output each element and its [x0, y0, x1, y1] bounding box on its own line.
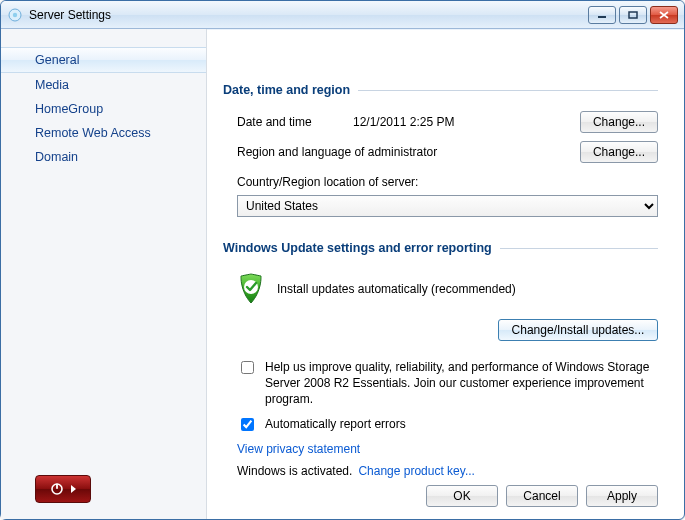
- help-improve-checkbox[interactable]: [241, 361, 254, 374]
- change-install-row: Change/Install updates...: [223, 319, 658, 341]
- cancel-button[interactable]: Cancel: [506, 485, 578, 507]
- sidebar-item-domain[interactable]: Domain: [1, 145, 206, 169]
- help-improve-text: Help us improve quality, reliability, an…: [265, 359, 658, 408]
- minimize-button[interactable]: [588, 6, 616, 24]
- help-improve-row: Help us improve quality, reliability, an…: [223, 355, 658, 412]
- change-date-button[interactable]: Change...: [580, 111, 658, 133]
- svg-point-1: [13, 12, 17, 16]
- privacy-link-row: View privacy statement: [223, 438, 658, 460]
- sidebar: General Media HomeGroup Remote Web Acces…: [1, 29, 207, 519]
- row-region-lang: Region and language of administrator Cha…: [223, 137, 658, 167]
- auto-install-row: Install updates automatically (recommend…: [223, 265, 658, 315]
- window-title: Server Settings: [29, 8, 588, 22]
- app-icon: [7, 7, 23, 23]
- date-time-label: Date and time: [237, 115, 343, 129]
- privacy-link[interactable]: View privacy statement: [237, 442, 360, 456]
- row-country-label: Country/Region location of server:: [223, 167, 658, 193]
- auto-report-checkbox[interactable]: [241, 418, 254, 431]
- sidebar-item-remote-web-access[interactable]: Remote Web Access: [1, 121, 206, 145]
- footer-buttons: OK Cancel Apply: [426, 485, 658, 507]
- titlebar[interactable]: Server Settings: [1, 1, 684, 29]
- activation-status: Windows is activated.: [237, 464, 352, 478]
- auto-report-text: Automatically report errors: [265, 416, 658, 432]
- apply-button[interactable]: Apply: [586, 485, 658, 507]
- power-icon: [50, 482, 64, 496]
- section-updates-header: Windows Update settings and error report…: [223, 241, 658, 255]
- ok-button[interactable]: OK: [426, 485, 498, 507]
- country-select[interactable]: United States: [237, 195, 658, 217]
- main-panel: Date, time and region Date and time 12/1…: [207, 29, 684, 519]
- play-icon: [70, 484, 77, 494]
- svg-rect-2: [598, 16, 606, 18]
- power-button[interactable]: [35, 475, 91, 503]
- change-product-key-link[interactable]: Change product key...: [358, 464, 475, 478]
- country-label: Country/Region location of server:: [237, 175, 658, 189]
- sidebar-item-general[interactable]: General: [1, 47, 206, 73]
- sidebar-item-media[interactable]: Media: [1, 73, 206, 97]
- auto-report-row: Automatically report errors: [223, 412, 658, 438]
- server-settings-window: Server Settings General Media HomeGroup …: [0, 0, 685, 520]
- change-region-button[interactable]: Change...: [580, 141, 658, 163]
- svg-rect-5: [56, 484, 58, 489]
- section-date-region-title: Date, time and region: [223, 83, 350, 97]
- svg-rect-3: [629, 12, 637, 18]
- section-date-region-header: Date, time and region: [223, 83, 658, 97]
- client-area: General Media HomeGroup Remote Web Acces…: [1, 29, 684, 519]
- auto-install-text: Install updates automatically (recommend…: [277, 282, 516, 296]
- row-date-time: Date and time 12/1/2011 2:25 PM Change..…: [223, 107, 658, 137]
- divider: [500, 248, 658, 249]
- divider: [358, 90, 658, 91]
- window-buttons: [588, 6, 678, 24]
- sidebar-bottom: [35, 475, 91, 503]
- region-lang-label: Region and language of administrator: [237, 145, 570, 159]
- maximize-button[interactable]: [619, 6, 647, 24]
- date-time-value: 12/1/2011 2:25 PM: [353, 115, 570, 129]
- close-button[interactable]: [650, 6, 678, 24]
- change-install-updates-button[interactable]: Change/Install updates...: [498, 319, 658, 341]
- country-combo-wrap: United States: [223, 193, 658, 223]
- activation-row: Windows is activated. Change product key…: [223, 460, 658, 482]
- section-updates-title: Windows Update settings and error report…: [223, 241, 492, 255]
- sidebar-item-homegroup[interactable]: HomeGroup: [1, 97, 206, 121]
- shield-icon: [237, 273, 265, 305]
